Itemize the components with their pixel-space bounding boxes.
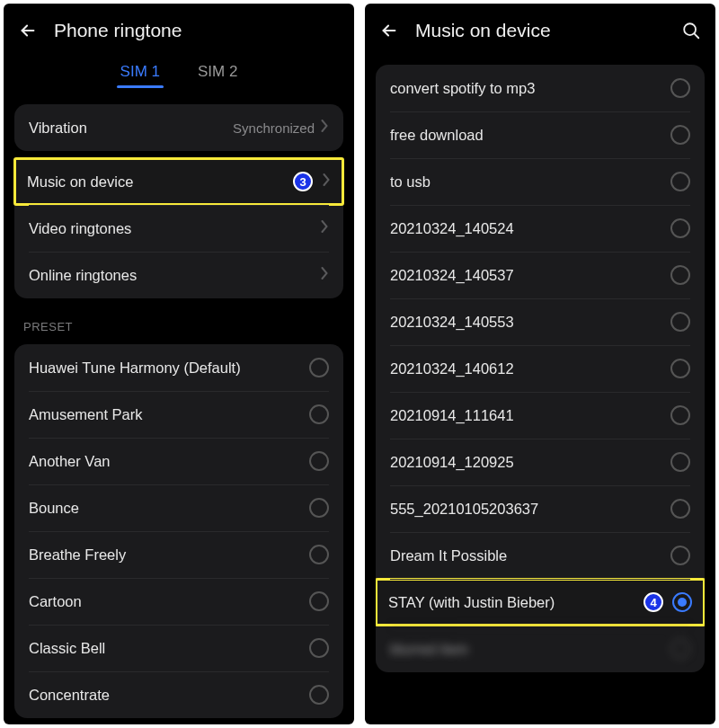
tab-sim1[interactable]: SIM 1 — [120, 63, 160, 88]
vibration-value: Synchronized — [233, 120, 315, 136]
radio-icon[interactable] — [670, 405, 690, 425]
radio-icon[interactable] — [672, 592, 692, 612]
preset-row[interactable]: Breathe Freely — [14, 531, 343, 578]
chevron-right-icon — [320, 267, 329, 283]
music-label: 20210324_140537 — [390, 267, 670, 284]
music-row[interactable]: free download — [376, 111, 705, 158]
video-ringtones-row[interactable]: Video ringtones — [14, 205, 343, 252]
music-label: 20210914_120925 — [390, 454, 670, 471]
page-title: Music on device — [415, 20, 551, 41]
step-badge-4: 4 — [644, 592, 663, 612]
radio-icon[interactable] — [670, 639, 690, 659]
music-list: convert spotify to mp3free downloadto us… — [376, 65, 705, 672]
radio-icon[interactable] — [309, 404, 329, 424]
music-label: 20210324_140553 — [390, 314, 670, 331]
music-label: Dream It Possible — [390, 547, 670, 564]
music-row[interactable]: 20210914_111641 — [376, 392, 705, 439]
music-row[interactable]: STAY (with Justin Bieber)4 — [376, 579, 705, 626]
step-badge-3: 3 — [293, 172, 313, 191]
music-row[interactable]: blurred item — [376, 626, 705, 672]
radio-icon[interactable] — [670, 359, 690, 378]
tab-sim2[interactable]: SIM 2 — [198, 63, 237, 88]
music-row[interactable]: 20210324_140612 — [376, 345, 705, 392]
music-row[interactable]: convert spotify to mp3 — [376, 65, 705, 111]
radio-icon[interactable] — [309, 638, 329, 658]
music-label: to usb — [390, 173, 670, 191]
preset-row[interactable]: Huawei Tune Harmony (Default) — [14, 344, 343, 391]
left-screen: Phone ringtone SIM 1 SIM 2 Vibration Syn… — [4, 4, 354, 724]
back-icon[interactable] — [379, 21, 399, 40]
radio-icon[interactable] — [309, 451, 329, 471]
music-on-device-label: Music on device — [27, 173, 293, 191]
music-label: 20210324_140524 — [390, 220, 670, 237]
radio-icon[interactable] — [670, 312, 690, 332]
music-row[interactable]: 20210324_140553 — [376, 298, 705, 345]
radio-icon[interactable] — [670, 125, 690, 145]
video-ringtones-label: Video ringtones — [29, 220, 320, 237]
music-row[interactable]: 20210914_120925 — [376, 439, 705, 485]
radio-icon[interactable] — [309, 358, 329, 377]
left-header: Phone ringtone — [4, 4, 354, 50]
preset-row[interactable]: Classic Bell — [14, 625, 343, 671]
radio-icon[interactable] — [670, 172, 690, 191]
music-row[interactable]: Dream It Possible — [376, 532, 705, 579]
chevron-right-icon — [322, 173, 331, 190]
preset-row[interactable]: Cartoon — [14, 578, 343, 625]
sim-tabs: SIM 1 SIM 2 — [4, 50, 354, 97]
chevron-right-icon — [320, 220, 329, 236]
music-label: 20210914_111641 — [390, 407, 670, 424]
preset-label: Breathe Freely — [29, 546, 309, 564]
radio-icon[interactable] — [670, 78, 690, 98]
preset-label: Bounce — [29, 500, 309, 517]
right-screen: Music on device convert spotify to mp3fr… — [365, 4, 715, 724]
preset-label: Another Van — [29, 453, 309, 470]
radio-icon[interactable] — [670, 499, 690, 519]
music-row[interactable]: 555_20210105203637 — [376, 485, 705, 532]
preset-row[interactable]: Amusement Park — [14, 391, 343, 438]
preset-label: Concentrate — [29, 687, 309, 704]
music-label: free download — [390, 127, 670, 144]
preset-label: Classic Bell — [29, 640, 309, 657]
music-row[interactable]: 20210324_140524 — [376, 205, 705, 252]
radio-icon[interactable] — [309, 685, 329, 705]
preset-row[interactable]: Another Van — [14, 438, 343, 484]
vibration-label: Vibration — [29, 120, 233, 137]
radio-icon[interactable] — [670, 218, 690, 238]
vibration-card: Vibration Synchronized — [14, 104, 343, 151]
music-on-device-row[interactable]: Music on device 3 — [14, 158, 343, 205]
preset-label: Cartoon — [29, 593, 309, 610]
music-label: blurred item — [390, 641, 670, 658]
back-icon[interactable] — [18, 21, 38, 40]
music-label: STAY (with Justin Bieber) — [388, 594, 644, 611]
preset-card: Huawei Tune Harmony (Default)Amusement P… — [14, 344, 343, 718]
preset-row[interactable]: Bounce — [14, 484, 343, 531]
search-icon[interactable] — [681, 21, 701, 40]
online-ringtones-row[interactable]: Online ringtones — [14, 252, 343, 298]
preset-label: Amusement Park — [29, 406, 309, 423]
right-header: Music on device — [365, 4, 715, 50]
radio-icon[interactable] — [670, 265, 690, 285]
music-label: 555_20210105203637 — [390, 501, 670, 518]
radio-icon[interactable] — [670, 452, 690, 472]
preset-label: Huawei Tune Harmony (Default) — [29, 360, 309, 377]
radio-icon[interactable] — [309, 545, 329, 564]
page-title: Phone ringtone — [54, 20, 182, 41]
radio-icon[interactable] — [309, 498, 329, 518]
ringtone-source-card: Music on device 3 Video ringtones Online… — [14, 158, 343, 298]
radio-icon[interactable] — [309, 591, 329, 611]
preset-header: PRESET — [4, 306, 354, 337]
online-ringtones-label: Online ringtones — [29, 267, 320, 284]
music-row[interactable]: 20210324_140537 — [376, 252, 705, 298]
vibration-row[interactable]: Vibration Synchronized — [14, 104, 343, 151]
radio-icon[interactable] — [670, 546, 690, 565]
chevron-right-icon — [320, 120, 329, 136]
music-label: 20210324_140612 — [390, 360, 670, 377]
music-label: convert spotify to mp3 — [390, 80, 670, 97]
preset-row[interactable]: Concentrate — [14, 671, 343, 718]
music-row[interactable]: to usb — [376, 158, 705, 205]
